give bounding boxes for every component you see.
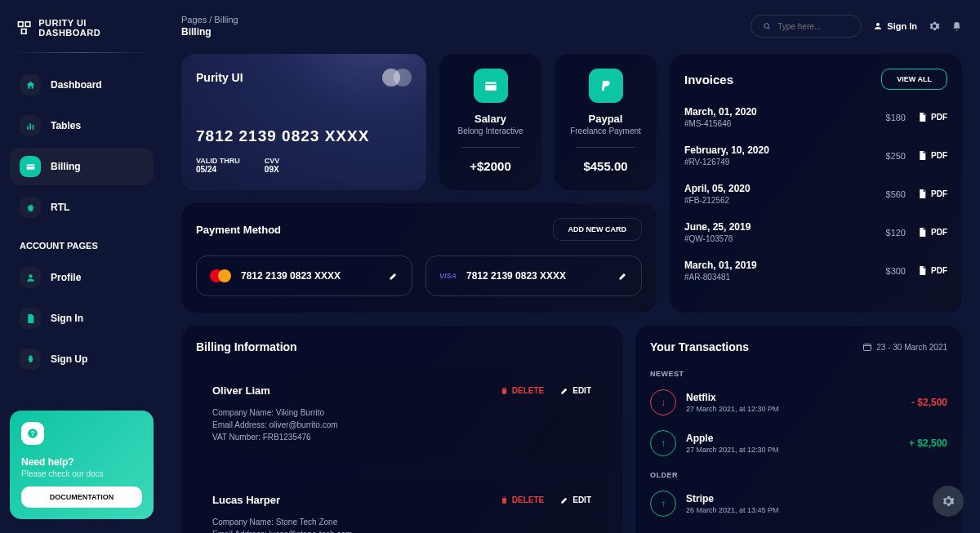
file-icon (917, 189, 928, 199)
edit-button[interactable]: EDIT (560, 495, 591, 504)
nav-label: RTL (51, 202, 69, 213)
invoice-amount: $560 (886, 189, 906, 199)
nav-label: Profile (51, 272, 81, 283)
help-sub: Please check our docs (21, 469, 142, 478)
invoice-id: #AR-803481 (684, 273, 757, 282)
rocket-icon (20, 349, 41, 370)
billing-company: Company Name: Viking Burrito (212, 408, 591, 417)
help-card: ? Need help? Please check our docs DOCUM… (10, 411, 154, 519)
invoice-date: April, 05, 2020 (684, 183, 751, 194)
mini-sub: Freelance Payment (570, 127, 641, 135)
svg-rect-1 (25, 22, 30, 27)
add-new-card-button[interactable]: ADD NEW CARD (553, 218, 643, 241)
billing-item: Lucas Harper DELETE EDIT Company Name: S… (196, 477, 608, 533)
view-all-button[interactable]: VIEW ALL (881, 69, 947, 90)
search-icon (763, 21, 771, 31)
invoices-title: Invoices (684, 73, 733, 87)
tx-amount: + $2,500 (909, 438, 947, 449)
edit-button[interactable]: EDIT (560, 386, 591, 395)
invoice-date: February, 10, 2020 (684, 144, 769, 156)
payment-title: Payment Method (196, 224, 281, 236)
pdf-button[interactable]: PDF (917, 150, 947, 161)
svg-rect-2 (21, 29, 26, 34)
nav-tables[interactable]: Tables (10, 107, 154, 144)
svg-rect-15 (485, 84, 497, 86)
nav-rtl[interactable]: RTL (10, 189, 154, 226)
tool-icon (20, 197, 41, 218)
nav-profile[interactable]: Profile (10, 259, 154, 296)
pencil-icon (560, 495, 569, 504)
invoice-date: March, 01, 2019 (684, 260, 757, 271)
billing-info-card: Billing Information Oliver Liam DELETE E… (181, 326, 622, 533)
doc-icon (20, 308, 41, 329)
invoice-amount: $250 (886, 151, 906, 161)
svg-rect-4 (29, 123, 31, 130)
paypal-icon (589, 69, 623, 103)
arrow-up-icon: ↑ (650, 491, 676, 517)
nav-signin[interactable]: Sign In (10, 300, 154, 337)
nav-billing[interactable]: Billing (10, 148, 154, 185)
edit-card-button[interactable] (389, 271, 399, 281)
tx-section-older: OLDER (650, 471, 947, 479)
invoices-card: Invoices VIEW ALL March, 01, 2020 #MS-41… (670, 54, 962, 313)
signin-link[interactable]: Sign In (873, 21, 917, 31)
delete-button[interactable]: DELETE (500, 386, 544, 395)
logo[interactable]: PURITY UI DASHBOARD (10, 15, 154, 52)
invoice-date: June, 25, 2019 (684, 221, 751, 233)
svg-line-12 (768, 28, 770, 29)
salary-card: Salary Belong Interactive +$2000 (439, 54, 541, 190)
gear-icon[interactable] (929, 20, 940, 32)
credit-card: Purity UI 7812 2139 0823 XXXX VALID THRU… (181, 54, 426, 190)
wallet-icon (474, 69, 508, 103)
mini-title: Paypal (589, 113, 623, 125)
payment-card-mastercard: 7812 2139 0823 XXXX (196, 255, 412, 296)
billing-vat: VAT Number: FRB1235476 (212, 433, 591, 442)
documentation-button[interactable]: DOCUMENTATION (21, 486, 142, 508)
trash-icon (500, 386, 509, 395)
nav-signup[interactable]: Sign Up (10, 340, 154, 378)
pdf-button[interactable]: PDF (917, 112, 947, 122)
search-field[interactable] (777, 22, 849, 31)
pdf-button[interactable]: PDF (917, 265, 947, 276)
invoice-date: March, 01, 2020 (684, 106, 757, 118)
trash-icon (500, 495, 509, 504)
file-icon (917, 227, 928, 238)
search-input[interactable] (751, 15, 862, 38)
transactions-range: 23 - 30 March 2021 (862, 342, 947, 352)
bell-icon[interactable] (951, 21, 962, 32)
tx-time: 27 March 2021, at 12:30 PM (686, 446, 779, 454)
card-number: 7812 2139 0823 XXXX (466, 270, 566, 282)
tx-time: 26 March 2021, at 13:45 PM (686, 506, 779, 514)
mini-sub: Belong Interactive (457, 127, 523, 135)
brand-name: PURITY UI DASHBOARD (38, 18, 147, 38)
invoice-id: #FB-212562 (684, 196, 751, 205)
edit-card-button[interactable] (618, 271, 628, 281)
transaction-row: ↑ Stripe 26 March 2021, at 13:45 PM (650, 491, 947, 517)
invoice-id: #RV-126749 (684, 158, 769, 167)
arrow-down-icon: ↓ (650, 389, 676, 415)
svg-rect-14 (485, 82, 497, 91)
home-icon (20, 74, 41, 95)
svg-rect-0 (18, 22, 23, 27)
tx-amount: - $2,500 (911, 397, 947, 408)
nav-label: Sign In (51, 313, 83, 324)
pdf-button[interactable]: PDF (917, 189, 947, 199)
svg-point-13 (876, 23, 880, 26)
divider (10, 52, 154, 53)
pdf-button[interactable]: PDF (917, 227, 947, 238)
signin-label: Sign In (887, 21, 917, 31)
page-title: Billing (181, 26, 238, 38)
nav-label: Sign Up (51, 353, 87, 365)
svg-rect-6 (26, 164, 34, 170)
billing-item: Oliver Liam DELETE EDIT Company Name: Vi… (196, 368, 608, 461)
svg-text:?: ? (31, 430, 35, 438)
delete-button[interactable]: DELETE (500, 495, 544, 504)
nav-dashboard[interactable]: Dashboard (10, 66, 154, 104)
paypal-card: Paypal Freelance Payment $455.00 (555, 54, 657, 190)
svg-rect-7 (26, 165, 34, 166)
tx-section-newest: NEWEST (650, 370, 947, 378)
tx-name: Netflix (686, 392, 779, 403)
svg-rect-3 (27, 126, 29, 129)
settings-fab[interactable] (933, 486, 964, 517)
user-icon (873, 21, 883, 31)
